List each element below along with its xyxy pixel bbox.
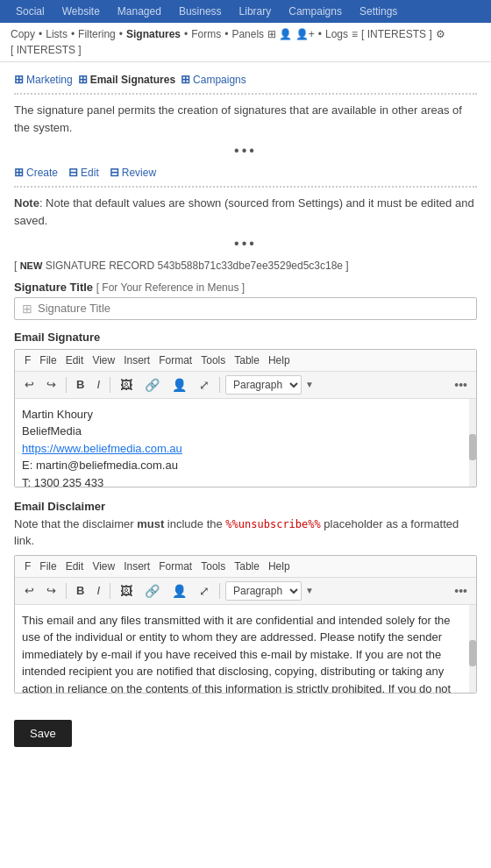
breadcrumb-lists[interactable]: Lists bbox=[46, 28, 68, 40]
subnav-campaigns[interactable]: ⊞ Campaigns bbox=[181, 73, 246, 86]
expand-button[interactable]: ⤢ bbox=[195, 375, 214, 395]
editor-scrollbar[interactable] bbox=[469, 399, 476, 487]
menu-help[interactable]: Help bbox=[264, 352, 295, 368]
action-create[interactable]: ⊞ Create bbox=[14, 166, 58, 179]
disc-bold-button[interactable]: B bbox=[72, 581, 89, 600]
disc-paragraph-select[interactable]: Paragraph bbox=[225, 581, 302, 601]
subnav-campaigns-label: Campaigns bbox=[193, 74, 246, 86]
disc-menu-format[interactable]: Format bbox=[154, 559, 196, 574]
create-icon: ⊞ bbox=[14, 166, 24, 179]
breadcrumb-interests[interactable]: [ INTERESTS ] bbox=[11, 44, 82, 56]
breadcrumb-auto[interactable]: Logs bbox=[325, 28, 348, 40]
menu-edit[interactable]: Edit bbox=[61, 352, 89, 368]
marketing-plus-icon: ⊞ bbox=[14, 73, 24, 86]
subnav-email-signatures-label: Email Signatures bbox=[90, 74, 175, 86]
action-review-label: Review bbox=[122, 167, 156, 179]
email-signature-toolbar: ↩ ↪ B I 🖼 🔗 👤 ⤢ Paragraph ▼ ••• bbox=[15, 372, 476, 399]
toolbar-sep-3 bbox=[219, 377, 220, 393]
signature-url: https://www.beliefmedia.com.au bbox=[22, 440, 459, 458]
disc-image-button[interactable]: 🖼 bbox=[116, 581, 137, 601]
disc-scrollbar-thumb bbox=[469, 640, 476, 666]
undo-button[interactable]: ↩ bbox=[20, 375, 39, 394]
action-create-label: Create bbox=[26, 167, 58, 179]
breadcrumb-sep4: • bbox=[184, 28, 188, 40]
nav-website[interactable]: Website bbox=[53, 0, 109, 23]
edit-icon: ⊟ bbox=[68, 166, 78, 179]
menu-table[interactable]: Table bbox=[230, 352, 264, 368]
signature-title-hint: [ For Your Reference in Menus ] bbox=[96, 281, 245, 294]
action-review[interactable]: ⊟ Review bbox=[110, 166, 156, 179]
review-icon: ⊟ bbox=[110, 166, 119, 179]
breadcrumb-icon2: ≡ bbox=[352, 28, 358, 40]
disclaimer-content[interactable]: This email and any files transmitted wit… bbox=[15, 605, 476, 693]
menu-file[interactable]: File bbox=[35, 352, 60, 368]
menu-view[interactable]: View bbox=[88, 352, 119, 368]
disc-menu-tools[interactable]: Tools bbox=[196, 559, 230, 574]
disclaimer-body-text: This email and any files transmitted wit… bbox=[22, 612, 459, 693]
bold-button[interactable]: B bbox=[72, 375, 89, 394]
nav-managed[interactable]: Managed bbox=[109, 0, 170, 23]
email-signature-content[interactable]: Martin Khoury BeliefMedia https://www.be… bbox=[15, 399, 476, 487]
disc-expand-button[interactable]: ⤢ bbox=[195, 581, 214, 601]
signature-title-input[interactable] bbox=[38, 302, 469, 315]
nav-campaigns[interactable]: Campaigns bbox=[280, 0, 351, 23]
disc-menu-f[interactable]: F bbox=[20, 559, 35, 574]
breadcrumb-logs[interactable]: [ INTERESTS ] bbox=[361, 28, 432, 40]
nav-settings[interactable]: Settings bbox=[351, 0, 406, 23]
action-edit[interactable]: ⊟ Edit bbox=[68, 166, 99, 179]
menu-f[interactable]: F bbox=[20, 352, 35, 368]
toolbar-more-button[interactable]: ••• bbox=[451, 376, 471, 394]
breadcrumb-copy[interactable]: Copy bbox=[11, 28, 35, 40]
italic-button[interactable]: I bbox=[92, 375, 104, 394]
subnav-email-signatures[interactable]: ⊞ Email Signatures bbox=[78, 73, 175, 86]
disc-toolbar-more-button[interactable]: ••• bbox=[451, 582, 471, 600]
disc-toolbar-sep-1 bbox=[66, 583, 67, 599]
save-button[interactable]: Save bbox=[14, 720, 72, 747]
disc-menu-help[interactable]: Help bbox=[264, 559, 295, 574]
breadcrumb-panels[interactable]: Panels bbox=[231, 28, 264, 40]
breadcrumb-filtering[interactable]: Filtering bbox=[78, 28, 116, 40]
signature-url-link[interactable]: https://www.beliefmedia.com.au bbox=[22, 442, 182, 455]
breadcrumb-icons: ⊞ 👤 👤+ bbox=[267, 28, 315, 40]
disclaimer-note-1: Note that the disclaimer bbox=[14, 517, 137, 530]
paragraph-select[interactable]: Paragraph bbox=[225, 375, 302, 395]
disc-undo-button[interactable]: ↩ bbox=[20, 581, 39, 600]
signature-title-icon: ⊞ bbox=[22, 302, 32, 316]
breadcrumb-gear: ⚙ bbox=[436, 28, 445, 40]
disclaimer-scrollbar[interactable] bbox=[469, 605, 476, 693]
subnav-marketing[interactable]: ⊞ Marketing bbox=[14, 73, 73, 86]
breadcrumb-signatures[interactable]: Signatures bbox=[126, 28, 181, 40]
breadcrumb-forms[interactable]: Forms bbox=[191, 28, 221, 40]
top-nav: Social Website Managed Business Library … bbox=[0, 0, 491, 23]
disc-person-button[interactable]: 👤 bbox=[167, 581, 191, 601]
disc-link-button[interactable]: 🔗 bbox=[140, 581, 164, 601]
breadcrumb: Copy • Lists • Filtering • Signatures • … bbox=[0, 23, 491, 62]
menu-insert[interactable]: Insert bbox=[119, 352, 154, 368]
nav-library[interactable]: Library bbox=[231, 0, 281, 23]
disc-menu-view[interactable]: View bbox=[88, 559, 119, 574]
disc-menu-insert[interactable]: Insert bbox=[119, 559, 154, 574]
disclaimer-placeholder-code: %%unsubscribe%% bbox=[225, 518, 320, 530]
disc-menu-table[interactable]: Table bbox=[230, 559, 264, 574]
note-label: Note bbox=[14, 196, 39, 210]
signature-title-input-wrapper[interactable]: ⊞ bbox=[14, 297, 477, 320]
disc-italic-button[interactable]: I bbox=[92, 581, 104, 600]
disc-menu-file[interactable]: File bbox=[35, 559, 60, 574]
email-signatures-plus-icon: ⊞ bbox=[78, 73, 88, 86]
disclaimer-note: Note that the disclaimer must include th… bbox=[14, 516, 477, 550]
menu-format[interactable]: Format bbox=[154, 352, 196, 368]
signature-phone: T: 1300 235 433 bbox=[22, 474, 459, 487]
redo-button[interactable]: ↪ bbox=[42, 375, 60, 394]
link-button[interactable]: 🔗 bbox=[140, 375, 164, 395]
sub-nav: ⊞ Marketing ⊞ Email Signatures ⊞ Campaig… bbox=[14, 73, 477, 86]
disc-redo-button[interactable]: ↪ bbox=[42, 581, 60, 600]
person-button[interactable]: 👤 bbox=[167, 375, 191, 395]
image-button[interactable]: 🖼 bbox=[116, 375, 137, 395]
nav-business[interactable]: Business bbox=[170, 0, 231, 23]
dotted-divider-2 bbox=[14, 186, 477, 188]
disc-menu-edit[interactable]: Edit bbox=[61, 559, 89, 574]
new-badge: NEW bbox=[20, 260, 43, 271]
menu-tools[interactable]: Tools bbox=[196, 352, 230, 368]
disc-toolbar-sep-2 bbox=[110, 583, 110, 599]
nav-social[interactable]: Social bbox=[7, 0, 53, 23]
